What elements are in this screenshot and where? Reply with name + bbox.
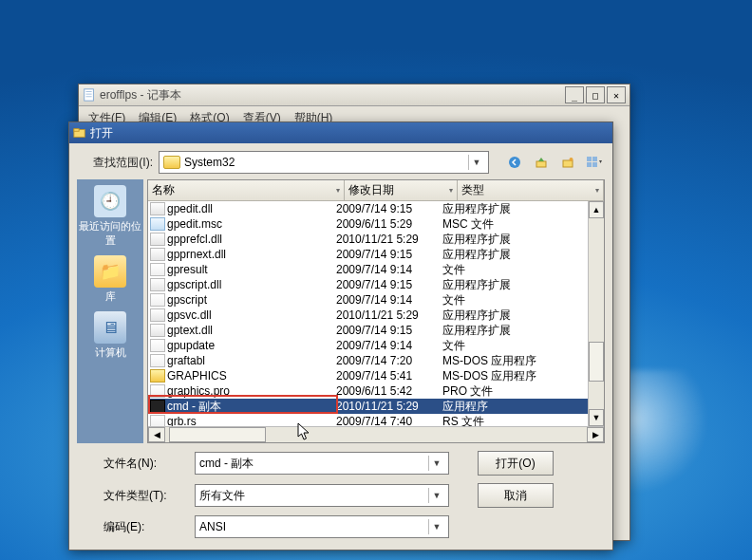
file-name: gpscript.dll	[167, 278, 221, 291]
file-date: 2009/7/14 9:14	[336, 263, 442, 276]
file-list-pane: 名称▾ 修改日期▾ 类型▾ gpedit.dll2009/7/14 9:15应用…	[147, 179, 605, 443]
file-row[interactable]: graftabl2009/7/14 7:20MS-DOS 应用程序	[148, 353, 588, 368]
file-date: 2010/11/21 5:29	[336, 308, 442, 322]
lookin-label: 查找范围(I):	[77, 155, 153, 171]
open-button[interactable]: 打开(O)	[478, 451, 554, 476]
notepad-icon	[83, 88, 96, 102]
file-name: gpupdate	[167, 339, 215, 352]
file-row[interactable]: gpscript2009/7/14 9:14文件	[148, 292, 588, 308]
place-recent[interactable]: 🕘 最近访问的位置	[77, 185, 143, 248]
scroll-down-button[interactable]: ▼	[589, 409, 604, 426]
filename-value: cmd - 副本	[199, 456, 254, 472]
lookin-combo[interactable]: System32 ▼	[159, 151, 489, 174]
file-row[interactable]: gpsvc.dll2010/11/21 5:29应用程序扩展	[148, 308, 588, 323]
chevron-down-icon[interactable]: ▼	[428, 488, 444, 503]
place-libraries[interactable]: 📁 库	[94, 255, 126, 304]
file-icon	[150, 293, 165, 307]
libraries-icon: 📁	[94, 255, 126, 288]
desktop: erofflps - 记事本 _ □ ✕ 文件(F) 编辑(E) 格式(O) 查…	[0, 0, 752, 560]
cancel-button[interactable]: 取消	[478, 483, 554, 508]
file-date: 2009/6/11 5:42	[336, 384, 442, 398]
column-header-type[interactable]: 类型▾	[458, 180, 604, 200]
file-row[interactable]: gpprnext.dll2009/7/14 9:15应用程序扩展	[148, 247, 588, 262]
svg-point-6	[509, 157, 520, 168]
filetype-value: 所有文件	[199, 488, 245, 504]
filetype-select[interactable]: 所有文件 ▼	[195, 484, 449, 507]
open-dialog-titlebar[interactable]: 打开	[69, 122, 612, 143]
file-type: 应用程序扩展	[442, 232, 588, 248]
file-row[interactable]: gpedit.msc2009/6/11 5:29MSC 文件	[148, 216, 588, 232]
file-icon	[150, 384, 165, 398]
file-icon	[150, 233, 165, 246]
file-row[interactable]: gpprefcl.dll2010/11/21 5:29应用程序扩展	[148, 232, 588, 247]
scroll-left-button[interactable]: ◀	[148, 427, 165, 442]
notepad-titlebar[interactable]: erofflps - 记事本 _ □ ✕	[79, 84, 630, 106]
minimize-button[interactable]: _	[565, 86, 584, 103]
svg-rect-10	[587, 157, 592, 161]
vertical-scrollbar[interactable]: ▲ ▼	[588, 201, 604, 426]
file-type: MS-DOS 应用程序	[442, 368, 588, 384]
file-icon	[150, 202, 165, 215]
file-row[interactable]: gpedit.dll2009/7/14 9:15应用程序扩展	[148, 201, 588, 216]
file-type: PRO 文件	[442, 383, 588, 400]
file-type: RS 文件	[442, 414, 588, 427]
file-row[interactable]: gptext.dll2009/7/14 9:15应用程序扩展	[148, 323, 588, 338]
file-list[interactable]: gpedit.dll2009/7/14 9:15应用程序扩展gpedit.msc…	[148, 201, 588, 426]
file-name: GRAPHICS	[167, 369, 227, 383]
file-icon	[150, 248, 165, 261]
file-date: 2009/7/14 7:40	[336, 415, 442, 426]
file-row[interactable]: graphics.pro2009/6/11 5:42PRO 文件	[148, 383, 588, 399]
lookin-value: System32	[184, 156, 235, 169]
chevron-down-icon[interactable]: ▼	[428, 456, 444, 471]
file-date: 2009/7/14 9:15	[336, 202, 442, 215]
column-header-name[interactable]: 名称▾	[148, 180, 345, 200]
encoding-select[interactable]: ANSI ▼	[195, 515, 449, 538]
file-type: MSC 文件	[442, 216, 588, 233]
file-date: 2010/11/21 5:29	[336, 233, 442, 246]
file-row[interactable]: gpupdate2009/7/14 9:14文件	[148, 338, 588, 353]
file-date: 2009/7/14 9:15	[336, 248, 442, 261]
recent-icon: 🕘	[94, 185, 126, 217]
scroll-thumb[interactable]	[589, 342, 604, 382]
file-name: gpscript	[167, 293, 207, 307]
horizontal-scrollbar[interactable]: ◀ ▶	[148, 426, 604, 442]
place-computer[interactable]: 🖥 计算机	[94, 311, 126, 360]
file-type: 应用程序扩展	[442, 323, 588, 339]
file-date: 2009/6/11 5:29	[336, 217, 442, 231]
file-row[interactable]: gpscript.dll2009/7/14 9:15应用程序扩展	[148, 277, 588, 292]
back-button[interactable]	[504, 152, 525, 173]
file-type: 应用程序扩展	[442, 277, 588, 293]
file-name: gpedit.msc	[167, 217, 222, 231]
sort-indicator-icon: ▾	[336, 186, 340, 195]
file-row[interactable]: grb.rs2009/7/14 7:40RS 文件	[148, 414, 588, 426]
new-folder-button[interactable]	[557, 152, 578, 173]
chevron-down-icon[interactable]: ▼	[428, 519, 444, 534]
up-one-level-button[interactable]	[531, 152, 552, 173]
filetype-label: 文件类型(T):	[77, 488, 189, 504]
filename-label: 文件名(N):	[77, 456, 189, 472]
maximize-button[interactable]: □	[586, 86, 605, 103]
hscroll-thumb[interactable]	[169, 427, 266, 442]
open-dialog-title: 打开	[90, 125, 609, 141]
scroll-right-button[interactable]: ▶	[587, 427, 604, 442]
file-row[interactable]: GRAPHICS2009/7/14 5:41MS-DOS 应用程序	[148, 368, 588, 383]
open-dialog: 打开 查找范围(I): System32 ▼	[68, 121, 613, 551]
file-date: 2009/7/14 9:15	[336, 324, 442, 337]
chevron-down-icon[interactable]: ▼	[468, 155, 484, 170]
file-icon	[150, 217, 165, 231]
svg-rect-5	[74, 129, 79, 132]
file-icon	[150, 415, 165, 426]
file-row[interactable]: cmd - 副本2010/11/21 5:29应用程序	[148, 399, 588, 414]
file-type: 应用程序扩展	[442, 201, 588, 217]
file-name: gpprnext.dll	[167, 248, 226, 261]
filename-input[interactable]: cmd - 副本 ▼	[195, 452, 449, 475]
svg-rect-7	[536, 161, 546, 167]
view-menu-button[interactable]	[584, 152, 605, 173]
file-icon	[150, 400, 165, 413]
close-button[interactable]: ✕	[607, 86, 626, 103]
file-icon	[150, 308, 165, 322]
file-date: 2009/7/14 9:15	[336, 278, 442, 291]
column-header-date[interactable]: 修改日期▾	[345, 180, 458, 200]
scroll-up-button[interactable]: ▲	[589, 201, 604, 218]
file-row[interactable]: gpresult2009/7/14 9:14文件	[148, 262, 588, 277]
